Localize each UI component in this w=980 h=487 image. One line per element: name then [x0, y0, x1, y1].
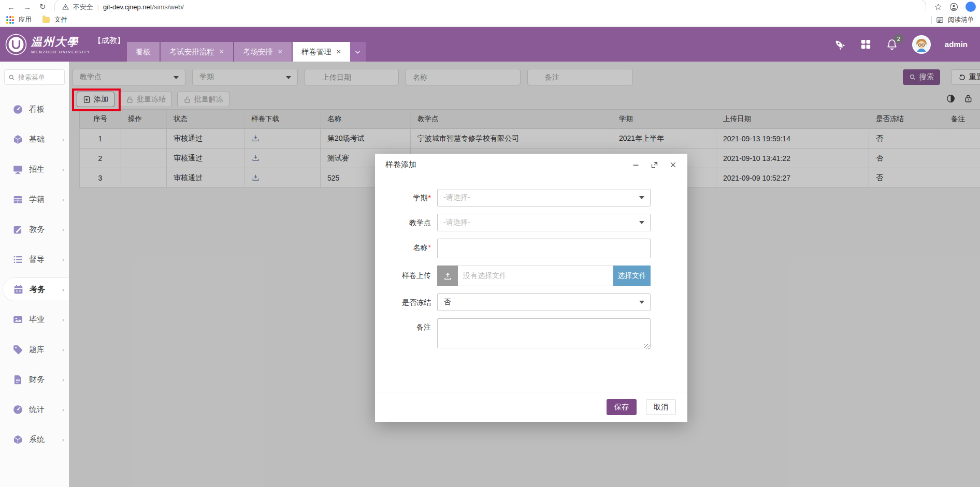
- url-separator: |: [97, 3, 99, 11]
- browser-chrome: ← → ↻ 不安全 | git-dev.cjnep.net/sims/web/ …: [0, 0, 980, 27]
- sidebar-item-教务[interactable]: 教务›: [0, 217, 69, 241]
- sidebar-item-label: 教务: [29, 225, 45, 234]
- sidebar-menu: 看板基础›招生›学籍›教务›督导›考务›毕业›题库›财务›统计›系统›: [0, 87, 69, 451]
- remark-label: 备注: [375, 318, 431, 350]
- sidebar-item-学籍[interactable]: 学籍›: [0, 187, 69, 211]
- logo-title: 温州大學: [31, 35, 91, 49]
- menu-search-box[interactable]: [4, 69, 65, 85]
- browser-back-icon[interactable]: ←: [7, 3, 15, 11]
- chevron-right-icon: ›: [62, 406, 64, 414]
- tab-close-icon[interactable]: ✕: [278, 48, 283, 55]
- sidebar-item-基础[interactable]: 基础›: [0, 127, 69, 151]
- tabs-chevron-down-icon[interactable]: [350, 42, 366, 62]
- semester-label: 学期*: [375, 189, 431, 206]
- tab-考试安排流程[interactable]: 考试安排流程✕: [161, 42, 233, 62]
- sidebar-item-考务[interactable]: 考务›: [3, 277, 69, 301]
- sidebar-item-招生[interactable]: 招生›: [0, 157, 69, 181]
- username[interactable]: admin: [945, 40, 968, 49]
- chevron-right-icon: ›: [62, 256, 64, 263]
- chevron-down-icon: [639, 196, 644, 202]
- save-button[interactable]: 保存: [607, 399, 637, 415]
- chevron-right-icon: ›: [62, 316, 64, 323]
- sidebar-item-label: 招生: [29, 165, 45, 174]
- browser-forward-icon[interactable]: →: [23, 3, 31, 11]
- url-text: git-dev.cjnep.net/sims/web/: [103, 3, 184, 11]
- tab-label: 看板: [136, 47, 151, 57]
- file-placeholder: 没有选择文件: [458, 265, 613, 286]
- table-icon: [12, 194, 23, 205]
- resize-handle[interactable]: [644, 344, 650, 349]
- tab-看板[interactable]: 看板: [127, 42, 160, 62]
- dashboard-icon: [12, 104, 23, 115]
- divider: [931, 16, 932, 24]
- sample-paper-add-dialog: 样卷添加 学期* -请选择- 教学点 -请选择-: [375, 154, 687, 422]
- sidebar-item-看板[interactable]: 看板: [0, 97, 69, 121]
- bookmark-star-icon[interactable]: [934, 3, 942, 11]
- rocket-icon[interactable]: [833, 38, 846, 51]
- address-bar[interactable]: 不安全 | git-dev.cjnep.net/sims/web/: [54, 0, 926, 11]
- menu-search-input[interactable]: [18, 73, 60, 81]
- chevron-right-icon: ›: [62, 346, 64, 353]
- remark-textarea[interactable]: [437, 318, 651, 348]
- teaching-point-select[interactable]: -请选择-: [437, 214, 651, 231]
- sidebar-item-label: 考务: [30, 285, 45, 294]
- open-tabs: 看板考试安排流程✕考场安排✕样卷管理✕: [127, 42, 350, 62]
- app-grid-icon[interactable]: [860, 38, 872, 50]
- tab-close-icon[interactable]: ✕: [336, 48, 341, 55]
- chevron-right-icon: ›: [62, 166, 64, 173]
- edit-icon: [12, 224, 23, 235]
- search-icon: [8, 74, 15, 81]
- browser-user-icon[interactable]: [949, 3, 958, 11]
- sidebar-item-label: 系统: [29, 435, 45, 445]
- close-icon[interactable]: [669, 161, 677, 169]
- dialog-body: 学期* -请选择- 教学点 -请选择- 名称* 样卷上传: [375, 175, 687, 392]
- sidebar-item-label: 统计: [29, 405, 45, 415]
- semester-select[interactable]: -请选择-: [437, 189, 651, 206]
- tab-样卷管理[interactable]: 样卷管理✕: [293, 42, 350, 62]
- bookmark-apps[interactable]: 应用: [19, 16, 32, 24]
- tag-icon: [12, 344, 23, 355]
- notifications-bell[interactable]: 2: [886, 38, 898, 51]
- name-input[interactable]: [437, 239, 651, 258]
- sidebar-item-督导[interactable]: 督导›: [0, 247, 69, 271]
- tab-考场安排[interactable]: 考场安排✕: [234, 42, 292, 62]
- sidebar-item-label: 题库: [29, 345, 45, 355]
- avatar[interactable]: [912, 35, 931, 54]
- cube-icon: [12, 134, 23, 145]
- system-icon: [12, 434, 23, 445]
- sidebar-item-系统[interactable]: 系统›: [0, 427, 69, 451]
- sidebar-item-毕业[interactable]: 毕业›: [0, 307, 69, 331]
- sidebar-item-财务[interactable]: 财务›: [0, 367, 69, 391]
- minimize-icon[interactable]: [632, 161, 640, 169]
- sidebar-item-label: 看板: [29, 105, 45, 114]
- apps-grid-icon[interactable]: [6, 16, 14, 24]
- name-label: 名称*: [375, 239, 431, 258]
- tab-close-icon[interactable]: ✕: [219, 48, 224, 55]
- security-label: 不安全: [73, 3, 93, 12]
- gauge-icon: [12, 404, 23, 415]
- file-upload-control: 没有选择文件 选择文件: [437, 265, 651, 286]
- browser-address-row: ← → ↻ 不安全 | git-dev.cjnep.net/sims/web/: [0, 0, 980, 13]
- teaching-point-label: 教学点: [375, 214, 431, 231]
- reading-list-label[interactable]: 阅读清单: [948, 16, 974, 24]
- sidebar-item-统计[interactable]: 统计›: [0, 397, 69, 421]
- folder-icon: [42, 17, 50, 23]
- frozen-select[interactable]: 否: [437, 293, 651, 311]
- bookmark-files[interactable]: 文件: [54, 16, 67, 24]
- chevron-right-icon: ›: [62, 436, 64, 444]
- dialog-header[interactable]: 样卷添加: [375, 154, 687, 175]
- notification-count-badge: 2: [894, 34, 903, 43]
- maximize-icon[interactable]: [651, 161, 658, 169]
- sidebar-item-label: 基础: [29, 135, 45, 144]
- browser-reload-icon[interactable]: ↻: [39, 2, 46, 11]
- sidebar: 看板基础›招生›学籍›教务›督导›考务›毕业›题库›财务›统计›系统›: [0, 62, 69, 487]
- bookmarks-bar: 应用 文件 阅读清单: [0, 13, 980, 27]
- frozen-label: 是否冻结: [375, 293, 431, 311]
- sidebar-item-题库[interactable]: 题库›: [0, 337, 69, 361]
- choose-file-button[interactable]: 选择文件: [613, 265, 651, 286]
- file-icon: [12, 374, 23, 385]
- browser-profile-avatar[interactable]: [965, 2, 976, 12]
- chevron-right-icon: ›: [62, 286, 64, 293]
- cancel-button[interactable]: 取消: [646, 399, 676, 415]
- reading-list-icon: [936, 16, 944, 24]
